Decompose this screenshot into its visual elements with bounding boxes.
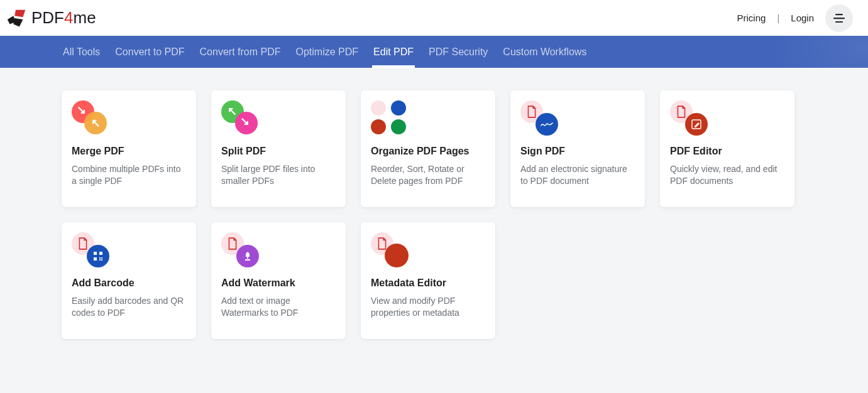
card-split-pdf[interactable]: Split PDF Split large PDF files into sma… [211, 90, 346, 207]
logo[interactable]: PDF4me [5, 8, 96, 29]
card-desc: Combine multiple PDFs into a single PDF [72, 163, 186, 187]
svg-rect-9 [94, 257, 97, 261]
login-link[interactable]: Login [791, 13, 814, 23]
nav-custom-workflows[interactable]: Custom Workflows [502, 36, 588, 68]
menu-button[interactable] [825, 4, 853, 32]
card-title: Add Watermark [221, 277, 336, 289]
top-header: PDF4me Pricing | Login [0, 0, 868, 36]
svg-rect-4 [833, 18, 845, 19]
card-desc: Split large PDF files into smaller PDFs [221, 163, 336, 187]
header-separator: | [777, 13, 779, 23]
card-title: Merge PDF [72, 146, 186, 157]
card-sign-pdf[interactable]: Sign PDF Add an electronic signature to … [510, 90, 645, 207]
svg-marker-2 [13, 18, 23, 26]
card-title: Add Barcode [72, 277, 186, 289]
metadata-icon [371, 232, 407, 269]
card-desc: Quickly view, read, and edit PDF documen… [670, 163, 784, 187]
card-pdf-editor[interactable]: PDF Editor Quickly view, read, and edit … [660, 90, 794, 207]
card-desc: Add an electronic signature to PDF docum… [520, 163, 635, 187]
card-desc: Easily add barcodes and QR codes to PDF [72, 295, 186, 319]
card-title: Split PDF [221, 146, 336, 157]
card-desc: Add text or image Watermarks to PDF [221, 295, 336, 319]
card-add-watermark[interactable]: Add Watermark Add text or image Watermar… [211, 222, 346, 339]
card-organize-pdf[interactable]: Organize PDF Pages Reorder, Sort, Rotate… [361, 90, 495, 207]
svg-rect-14 [247, 257, 248, 259]
svg-rect-8 [99, 252, 102, 255]
card-title: Sign PDF [520, 146, 635, 157]
svg-rect-3 [835, 14, 843, 15]
card-grid: Merge PDF Combine multiple PDFs into a s… [62, 90, 806, 339]
logo-text: PDF4me [31, 8, 96, 28]
organize-icon [371, 100, 410, 137]
header-right: Pricing | Login [737, 4, 853, 32]
nav-all-tools[interactable]: All Tools [62, 36, 101, 68]
svg-marker-1 [14, 9, 25, 16]
card-merge-pdf[interactable]: Merge PDF Combine multiple PDFs into a s… [62, 90, 196, 207]
card-desc: Reorder, Sort, Rotate or Delete pages fr… [371, 163, 485, 187]
card-title: Organize PDF Pages [371, 146, 485, 157]
card-desc: View and modify PDF properties or metada… [371, 295, 485, 319]
svg-rect-13 [101, 257, 102, 259]
card-title: Metadata Editor [371, 277, 485, 289]
nav-bar: All Tools Convert to PDF Convert from PD… [0, 36, 868, 68]
split-icon [221, 100, 258, 137]
svg-rect-10 [99, 257, 101, 259]
nav-edit-pdf[interactable]: Edit PDF [372, 36, 415, 68]
sign-icon [520, 100, 557, 137]
svg-rect-11 [101, 259, 102, 261]
main-content: Merge PDF Combine multiple PDFs into a s… [0, 68, 868, 339]
watermark-icon [221, 232, 258, 269]
barcode-icon [72, 232, 108, 269]
nav-convert-to-pdf[interactable]: Convert to PDF [114, 36, 185, 68]
hamburger-icon [833, 14, 845, 23]
nav-optimize-pdf[interactable]: Optimize PDF [294, 36, 360, 68]
nav-convert-from-pdf[interactable]: Convert from PDF [199, 36, 282, 68]
card-add-barcode[interactable]: Add Barcode Easily add barcodes and QR c… [62, 222, 196, 339]
svg-rect-7 [94, 252, 97, 255]
svg-rect-12 [99, 259, 101, 261]
pricing-link[interactable]: Pricing [737, 13, 766, 23]
card-title: PDF Editor [670, 146, 784, 157]
logo-mark-icon [5, 8, 29, 29]
nav-pdf-security[interactable]: PDF Security [427, 36, 489, 68]
card-metadata-editor[interactable]: Metadata Editor View and modify PDF prop… [361, 222, 495, 339]
editor-icon [670, 100, 706, 137]
svg-rect-5 [835, 21, 843, 23]
merge-icon [72, 100, 108, 137]
